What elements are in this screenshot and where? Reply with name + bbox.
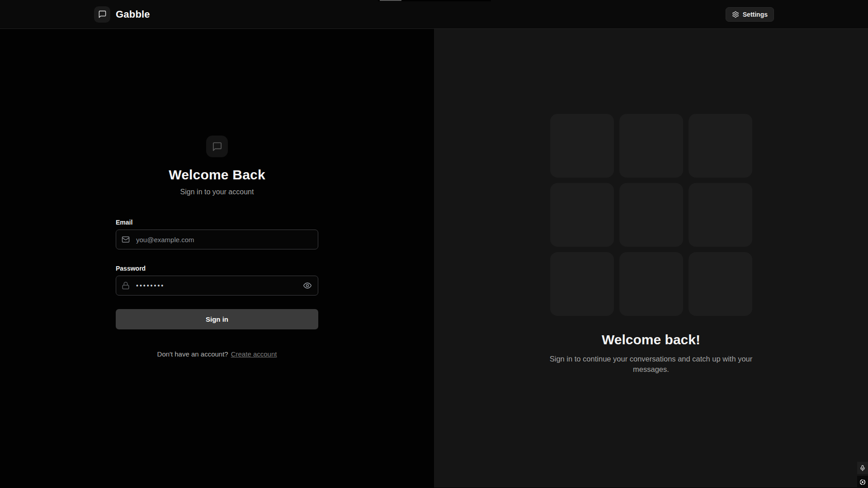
password-input-wrap: [116, 276, 318, 296]
record-target-overlay-button[interactable]: [857, 476, 868, 488]
settings-label: Settings: [743, 11, 768, 18]
password-field-group: Password: [116, 265, 318, 296]
app-header: Gabble Settings: [0, 0, 868, 29]
email-input-wrap: [116, 230, 318, 249]
email-label: Email: [116, 219, 318, 226]
sign-in-button[interactable]: Sign in: [116, 309, 318, 329]
placeholder-tile: [619, 252, 683, 316]
password-label: Password: [116, 265, 318, 272]
placeholder-tile: [689, 252, 752, 316]
placeholder-tile: [550, 183, 614, 247]
header-inner: Gabble Settings: [94, 6, 774, 23]
microphone-icon: [859, 465, 866, 471]
email-field-group: Email: [116, 219, 318, 249]
create-account-link[interactable]: Create account: [231, 350, 277, 358]
os-overlay-controls: [857, 462, 868, 488]
signin-heading: Welcome Back: [116, 167, 318, 183]
microphone-overlay-button[interactable]: [857, 462, 868, 474]
lock-icon: [122, 282, 130, 290]
eye-icon: [303, 281, 312, 290]
app-title: Gabble: [116, 9, 150, 20]
welcome-panel: Welcome back! Sign in to continue your c…: [434, 29, 868, 488]
signup-row: Don't have an account?Create account: [116, 350, 318, 358]
placeholder-tile: [689, 114, 752, 178]
signin-subheading: Sign in to your account: [116, 188, 318, 196]
placeholder-tile: [619, 114, 683, 178]
brand-badge: [94, 6, 110, 23]
placeholder-tile: [550, 114, 614, 178]
welcome-heading: Welcome back!: [602, 332, 700, 347]
chat-bubble-icon: [212, 141, 222, 152]
gear-icon: [732, 11, 739, 18]
password-input[interactable]: [116, 276, 318, 296]
mail-icon: [122, 235, 130, 244]
welcome-subtext: Sign in to continue your conversations a…: [542, 354, 760, 375]
chat-bubble-icon: [98, 10, 107, 19]
signin-badge: [206, 136, 228, 157]
placeholder-tile-grid: [550, 114, 752, 316]
main-content: Welcome Back Sign in to your account Ema…: [0, 29, 868, 488]
signup-question: Don't have an account?: [157, 350, 228, 358]
fullscreen-hint-line: [380, 0, 401, 1]
record-target-icon: [859, 479, 866, 486]
signin-card: Welcome Back Sign in to your account Ema…: [116, 29, 318, 488]
fullscreen-hint-artifact: [378, 0, 491, 1]
brand: Gabble: [94, 6, 150, 23]
signin-panel: Welcome Back Sign in to your account Ema…: [0, 29, 434, 488]
placeholder-tile: [619, 183, 683, 247]
placeholder-tile: [689, 183, 752, 247]
toggle-password-visibility-button[interactable]: [302, 280, 313, 291]
email-input[interactable]: [116, 230, 318, 249]
placeholder-tile: [550, 252, 614, 316]
settings-button[interactable]: Settings: [726, 7, 774, 22]
